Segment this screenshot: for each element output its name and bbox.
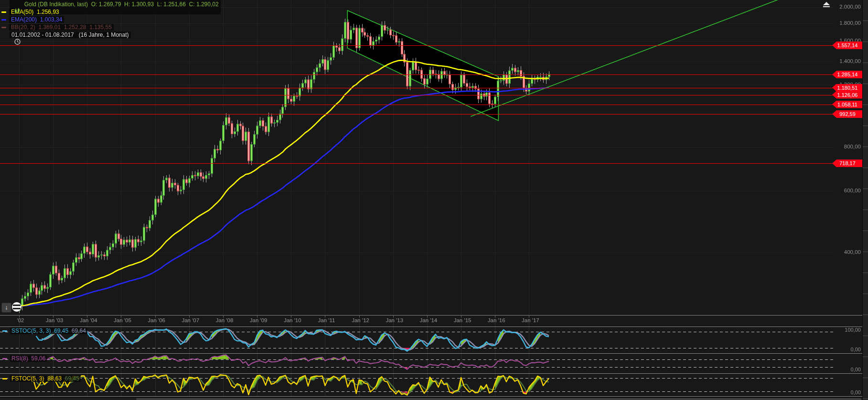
ema200-legend-row[interactable]: EMA(200) 1.003,34 xyxy=(1,16,221,23)
sstoc-value2: 69,64 xyxy=(72,327,86,334)
indicator-axis-label: 0,00 xyxy=(827,389,861,395)
x-axis-tick xyxy=(155,315,156,317)
fstoc-swatch-icon xyxy=(2,378,7,379)
indicator-axis-label: 100,00 xyxy=(827,327,861,333)
sstoc-legend[interactable]: SSTOC(5, 3, 3) 69,45 69,64 xyxy=(2,327,87,334)
x-axis-tick xyxy=(325,315,325,317)
rsi-legend[interactable]: RSI(8) 59,06 xyxy=(2,355,47,362)
x-axis-label: Jan '11 xyxy=(311,317,341,323)
charting-app-window: Gold (DB Indikation, last) O: 1.269,79 H… xyxy=(0,0,868,400)
y-axis-label: 2.000,00 xyxy=(827,4,861,10)
x-axis-label: Jan '10 xyxy=(278,317,307,323)
x-axis-tick xyxy=(359,315,360,317)
x-axis-tick xyxy=(495,315,495,317)
y-axis-label: 400,00 xyxy=(827,249,861,255)
bollinger-label: BB(20, 2) xyxy=(11,24,35,31)
x-axis-tick xyxy=(393,315,394,317)
clock-icon xyxy=(1,32,8,38)
x-axis-tick xyxy=(291,315,291,317)
x-axis-tick xyxy=(121,315,121,317)
x-axis-label: Jan '15 xyxy=(448,317,477,323)
x-axis-label: Jan '04 xyxy=(74,317,103,323)
series-ohlc-values: O: 1.269,79 H: 1.300,93 L: 1.251,66 C: 1… xyxy=(91,1,219,8)
x-axis-label: Jan '09 xyxy=(244,317,273,323)
x-axis-tick xyxy=(427,315,428,317)
y-axis-label: 800,00 xyxy=(827,144,861,149)
ema200-label: EMA(200) xyxy=(11,16,37,23)
y-axis-label: 600,00 xyxy=(827,188,861,193)
price-line-tag[interactable]: 1.180,51 xyxy=(832,84,863,92)
x-axis-label: Jan '07 xyxy=(176,317,205,323)
indicator-axis-label: 0,00 xyxy=(827,367,861,372)
fstoc-legend[interactable]: FSTOC(5, 3) 88,63 69,45 xyxy=(2,375,81,382)
series-legend-row[interactable]: Gold (DB Indikation, last) O: 1.269,79 H… xyxy=(1,0,221,8)
bollinger-values: 1.369,01 1.252,28 1.135,55 xyxy=(38,24,111,31)
collapse-pane-icon[interactable] xyxy=(823,2,830,8)
vertical-axis-scrollbar[interactable] xyxy=(862,0,868,400)
x-axis-label: Jan '17 xyxy=(515,317,545,323)
x-axis-label: Jan '13 xyxy=(380,317,409,323)
sstoc-label: SSTOC(5, 3, 3) xyxy=(11,327,51,334)
price-line-tag[interactable]: 1.285,14 xyxy=(832,71,863,78)
sstoc-swatch-icon xyxy=(2,330,7,332)
rsi-value1: 59,06 xyxy=(31,355,45,362)
x-axis-tick xyxy=(257,315,257,317)
y-axis-label: 1.800,00 xyxy=(827,20,861,26)
x-axis-tick xyxy=(189,315,190,317)
ema200-value: 1.003,34 xyxy=(40,16,63,23)
x-axis-tick xyxy=(461,315,461,317)
x-axis-tick xyxy=(19,315,20,317)
date-range-text: 01.01.2002 - 01.08.2017 (16 Jahre, 1 Mon… xyxy=(11,32,129,38)
x-axis-tick xyxy=(223,315,224,317)
sstoc-value1: 69,45 xyxy=(54,327,68,334)
horizontal-scrollbar[interactable] xyxy=(0,397,863,400)
rsi-swatch-icon xyxy=(2,358,7,359)
fstoc-value2: 69,45 xyxy=(65,375,79,382)
axis-settings-button[interactable] xyxy=(12,302,21,312)
horizontal-scrollbar-thumb[interactable] xyxy=(136,398,861,400)
candlestick-series-icon xyxy=(1,1,8,8)
x-axis-label: Jan '14 xyxy=(414,317,443,323)
scroll-down-button[interactable] xyxy=(1,303,11,313)
x-axis-label: '02 xyxy=(6,317,35,323)
indicator-axis-label: 0,00 xyxy=(827,347,861,352)
x-axis-label: Jan '16 xyxy=(482,317,511,323)
y-axis-label: 1.400,00 xyxy=(827,58,861,64)
chart-canvas[interactable] xyxy=(0,0,868,400)
date-range-row: 01.01.2002 - 01.08.2017 (16 Jahre, 1 Mon… xyxy=(1,31,221,39)
x-axis-label: Jan '03 xyxy=(40,317,69,323)
x-axis-label: Jan '05 xyxy=(107,317,137,323)
x-axis-label: Jan '12 xyxy=(346,317,375,323)
rsi-label: RSI(8) xyxy=(11,355,28,362)
bollinger-legend-row[interactable]: BB(20, 2) 1.369,01 1.252,28 1.135,55 xyxy=(1,23,221,31)
price-line-tag[interactable]: 1.058,11 xyxy=(832,101,863,108)
fstoc-label: FSTOC(5, 3) xyxy=(11,375,44,382)
price-line-tag[interactable]: 1.126,06 xyxy=(832,91,863,99)
fstoc-value1: 88,63 xyxy=(47,375,62,382)
series-title: Gold (DB Indikation, last) xyxy=(24,1,88,8)
price-line-tag[interactable]: 718,17 xyxy=(832,159,863,167)
ema50-value: 1.256,93 xyxy=(37,9,59,15)
x-axis-tick xyxy=(53,315,54,317)
price-line-tag[interactable]: 1.557,14 xyxy=(832,42,863,49)
bollinger-swatch-icon xyxy=(1,27,6,28)
price-line-tag[interactable]: 992,59 xyxy=(832,110,863,118)
x-axis-tick xyxy=(87,315,87,317)
main-chart-legend: Gold (DB Indikation, last) O: 1.269,79 H… xyxy=(1,0,221,39)
x-axis-label: Jan '08 xyxy=(210,317,239,323)
x-axis-label: Jan '06 xyxy=(142,317,171,323)
x-axis-tick xyxy=(529,315,529,317)
